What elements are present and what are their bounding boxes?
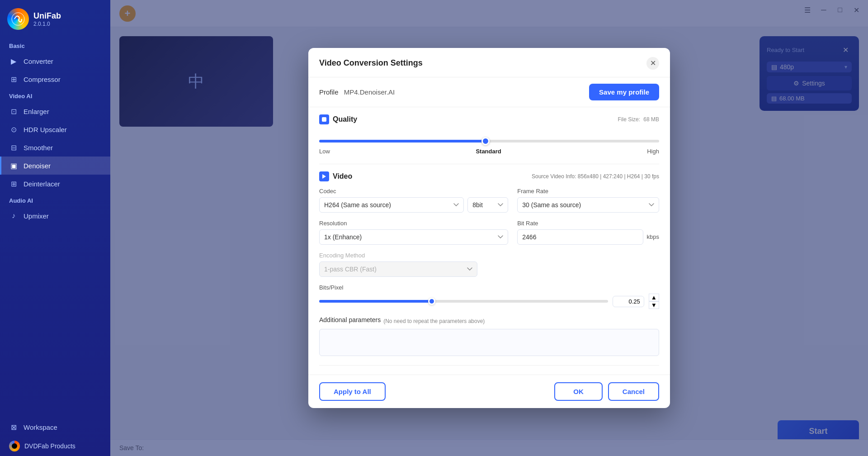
video-title: Video (319, 171, 352, 181)
sidebar-item-smoother[interactable]: ⊟ Smoother (0, 138, 110, 157)
video-section: Video Source Video Info: 856x480 | 427:2… (319, 164, 659, 366)
profile-name: MP4.Denoiser.AI (344, 88, 395, 96)
sidebar-label-converter: Converter (24, 57, 53, 65)
sidebar-label-dvdfab: DVDFab Products (24, 442, 75, 450)
codec-select[interactable]: H264 (Same as source) (319, 197, 464, 213)
bitrate-group: Bit Rate kbps (517, 220, 659, 245)
bits-pixel-spinners: ▲ ▼ (649, 294, 659, 309)
bits-pixel-up-btn[interactable]: ▲ (649, 294, 659, 301)
app-name: UniFab (33, 11, 61, 21)
quality-icon (319, 114, 329, 124)
encoding-label: Encoding Method (319, 252, 477, 259)
sidebar-item-upmixer[interactable]: ♪ Upmixer (0, 207, 110, 225)
quality-section-header: Quality File Size: 68 MB (319, 114, 659, 124)
sidebar-label-denoiser: Denoiser (24, 162, 51, 170)
slider-standard-label: Standard (476, 148, 501, 155)
modal-header: Video Conversion Settings ✕ (308, 48, 670, 77)
resolution-group: Resolution 1x (Enhance) (319, 220, 508, 245)
bits-pixel-label: Bits/Pixel (319, 284, 659, 291)
additional-params-note: (No need to repeat the parameters above) (383, 318, 485, 324)
kbps-label: kbps (647, 233, 659, 240)
modal-overlay: Video Conversion Settings ✕ Profile MP4.… (110, 0, 868, 456)
profile-label: Profile MP4.Denoiser.AI (319, 88, 395, 96)
sidebar-item-denoiser[interactable]: ▣ Denoiser (0, 157, 110, 175)
codec-frame-rate-row: Codec H264 (Same as source) 8bit (319, 188, 659, 213)
app-window: UniFab 2.0.1.0 Basic ▶ Converter ⊞ Compr… (0, 0, 868, 456)
profile-row: Profile MP4.Denoiser.AI Save my profile (308, 77, 670, 107)
bits-pixel-slider-container (319, 296, 608, 306)
bits-pixel-fill (319, 300, 432, 303)
codec-label: Codec (319, 188, 508, 195)
additional-params-header: Additional parameters (No need to repeat… (319, 316, 659, 326)
quality-title: Quality (319, 114, 357, 124)
sidebar-item-hdr-upscaler[interactable]: ⊙ HDR Upscaler (0, 120, 110, 138)
video-section-header: Video Source Video Info: 856x480 | 427:2… (319, 171, 659, 181)
additional-params-section: Additional parameters (No need to repeat… (319, 316, 659, 358)
section-basic-label: Basic (0, 38, 110, 52)
enlarger-icon: ⊡ (9, 107, 18, 116)
bits-pixel-thumb[interactable] (428, 298, 435, 305)
dvdfab-icon (9, 441, 20, 451)
encoding-select[interactable]: 1-pass CBR (Fast) (319, 261, 477, 277)
quality-slider-thumb[interactable] (481, 137, 490, 145)
slider-high-label: High (647, 148, 659, 155)
sidebar-item-dvdfab[interactable]: DVDFab Products (0, 436, 110, 456)
sidebar-label-compressor: Compressor (24, 76, 61, 83)
sidebar-item-compressor[interactable]: ⊞ Compressor (0, 70, 110, 88)
logo-area: UniFab 2.0.1.0 (0, 0, 110, 38)
frame-rate-select[interactable]: 30 (Same as source) (517, 197, 659, 213)
frame-rate-group: Frame Rate 30 (Same as source) (517, 188, 659, 213)
source-video-info: Source Video Info: 856x480 | 427:240 | H… (532, 173, 659, 180)
ok-button[interactable]: OK (554, 382, 603, 401)
resolution-label: Resolution (319, 220, 508, 227)
compressor-icon: ⊞ (9, 75, 18, 84)
bit-depth-select[interactable]: 8bit (467, 197, 508, 213)
bits-pixel-slider-track[interactable] (319, 300, 608, 303)
svg-point-1 (12, 443, 17, 449)
bits-pixel-section: Bits/Pixel ▲ (319, 284, 659, 309)
bits-pixel-row: ▲ ▼ (319, 294, 659, 309)
cancel-button[interactable]: Cancel (608, 382, 659, 401)
save-profile-button[interactable]: Save my profile (589, 84, 659, 100)
slider-low-label: Low (319, 148, 330, 155)
bits-pixel-value-input[interactable] (613, 296, 644, 307)
bitrate-label: Bit Rate (517, 220, 659, 227)
sidebar-item-converter[interactable]: ▶ Converter (0, 52, 110, 70)
apply-all-button[interactable]: Apply to All (319, 382, 386, 401)
svg-marker-3 (322, 174, 326, 179)
sidebar-label-upmixer: Upmixer (24, 212, 49, 220)
bitrate-row: kbps (517, 229, 659, 245)
bitrate-input[interactable] (517, 229, 643, 245)
resolution-select[interactable]: 1x (Enhance) (319, 229, 508, 245)
section-audioai-label: Audio AI (0, 193, 110, 207)
denoiser-icon: ▣ (9, 161, 18, 170)
modal-dialog: Video Conversion Settings ✕ Profile MP4.… (308, 48, 670, 408)
encoding-row: Encoding Method 1-pass CBR (Fast) (319, 252, 659, 277)
sidebar-label-deinterlacer: Deinterlacer (24, 180, 60, 188)
sidebar-item-deinterlacer[interactable]: ⊞ Deinterlacer (0, 175, 110, 193)
upmixer-icon: ♪ (9, 211, 18, 220)
quality-slider-track[interactable] (319, 140, 659, 142)
quality-slider-labels: Low Standard High (319, 148, 659, 155)
additional-params-input[interactable] (319, 329, 659, 356)
file-size-info: File Size: 68 MB (618, 116, 659, 123)
deinterlacer-icon: ⊞ (9, 179, 18, 188)
encoding-group: Encoding Method 1-pass CBR (Fast) (319, 252, 477, 277)
svg-point-0 (12, 13, 24, 25)
bits-pixel-down-btn[interactable]: ▼ (649, 301, 659, 309)
frame-rate-label: Frame Rate (517, 188, 659, 195)
modal-title: Video Conversion Settings (319, 58, 423, 68)
converter-icon: ▶ (9, 57, 18, 66)
sidebar-item-workspace[interactable]: ⊠ Workspace (0, 418, 110, 436)
footer-right-buttons: OK Cancel (554, 382, 659, 401)
app-version: 2.0.1.0 (33, 21, 61, 27)
resolution-bitrate-row: Resolution 1x (Enhance) Bit Rate kbps (319, 220, 659, 245)
quality-slider-container: Low Standard High (319, 131, 659, 157)
logo-icon (7, 8, 29, 30)
smoother-icon: ⊟ (9, 143, 18, 152)
video-icon (319, 171, 329, 181)
modal-close-button[interactable]: ✕ (646, 57, 659, 70)
sidebar-item-enlarger[interactable]: ⊡ Enlarger (0, 102, 110, 120)
quality-section: Quality File Size: 68 MB (319, 107, 659, 164)
section-videoai-label: Video AI (0, 88, 110, 102)
